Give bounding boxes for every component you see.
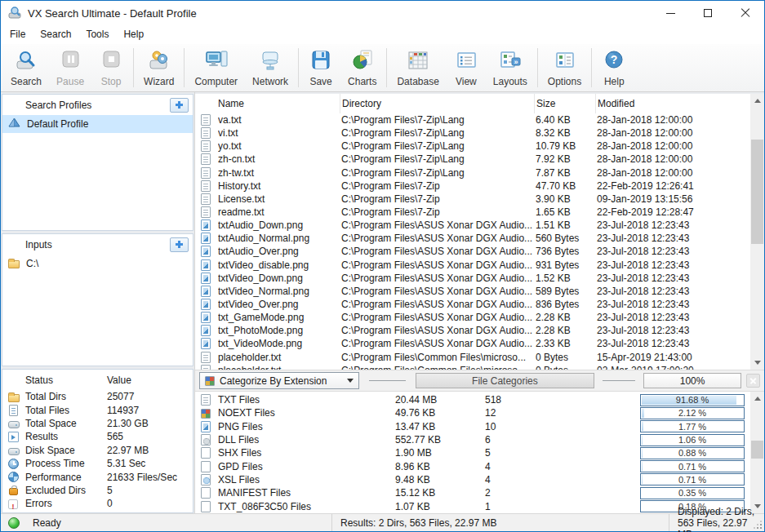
svg-text:?: ? xyxy=(611,53,618,66)
menu-item-help[interactable]: Help xyxy=(116,25,151,44)
file-row[interactable]: txtAudio_Over.png C:\Program Files\ASUS … xyxy=(195,245,750,258)
results-icon xyxy=(8,432,19,442)
file-row[interactable]: History.txt C:\Program Files\7-Zip 47.70… xyxy=(195,180,750,193)
png-icon xyxy=(201,338,211,349)
category-row[interactable]: TXT Files 20.44 MB 518 91.68 % xyxy=(195,393,750,406)
png-icon xyxy=(201,312,211,323)
toolbar-charts-button[interactable]: Charts xyxy=(340,47,384,90)
category-row[interactable]: DLL Files 552.77 KB 6 1.06 % xyxy=(195,433,750,446)
search-profiles-panel: Search Profiles Default Profile xyxy=(2,94,193,231)
plus-icon xyxy=(176,241,183,248)
toolbar-pause-button[interactable]: Pause xyxy=(49,47,91,90)
file-row[interactable]: yo.txt C:\Program Files\7-Zip\Lang 10.79… xyxy=(195,140,750,153)
file-list-scrollbar[interactable] xyxy=(750,94,764,370)
percent-label: 0.88 % xyxy=(641,448,744,459)
file-categories-button[interactable]: File Categories xyxy=(416,373,595,388)
txt-icon xyxy=(201,193,211,205)
file-row[interactable]: txtAudio_Down.png C:\Program Files\ASUS … xyxy=(195,219,750,232)
search-drive-icon xyxy=(14,49,38,74)
zoom-level-button[interactable]: 100% xyxy=(643,373,741,388)
blank-icon xyxy=(201,487,211,499)
file-row[interactable]: txtVideo_Over.png C:\Program Files\ASUS … xyxy=(195,298,750,311)
column-header-name[interactable]: Name xyxy=(195,94,340,113)
ready-status-icon xyxy=(8,517,20,529)
category-row[interactable]: SHX Files 1.90 MB 5 0.88 % xyxy=(195,446,750,459)
toolbar-stop-button[interactable]: Stop xyxy=(91,47,131,90)
file-row[interactable]: License.txt C:\Program Files\7-Zip 3.90 … xyxy=(195,193,750,206)
file-row[interactable]: txtVideo_Normal.png C:\Program Files\ASU… xyxy=(195,285,750,298)
file-size: 2.33 KB xyxy=(534,338,595,349)
close-panel-button[interactable] xyxy=(746,374,760,388)
status-value: 114937 xyxy=(107,405,139,416)
menu-item-tools[interactable]: Tools xyxy=(78,25,116,44)
toolbar-help-button[interactable]: ? Help xyxy=(594,47,634,90)
file-row[interactable]: vi.txt C:\Program Files\7-Zip\Lang 8.32 … xyxy=(195,126,750,140)
file-row[interactable]: txt_GameMode.png C:\Program Files\ASUS X… xyxy=(195,311,750,324)
column-header-modified[interactable]: Modified xyxy=(595,94,750,113)
category-row[interactable]: XSL Files 9.48 KB 4 0.71 % xyxy=(195,473,750,486)
category-count: 518 xyxy=(485,394,640,406)
category-row[interactable]: GPD Files 8.96 KB 4 0.71 % xyxy=(195,459,750,472)
resize-grip[interactable] xyxy=(754,521,762,529)
file-size: 0 Bytes xyxy=(534,365,595,370)
png-icon xyxy=(201,246,211,257)
close-button[interactable] xyxy=(727,1,764,25)
category-count: 1 xyxy=(485,501,640,512)
toolbar-wizard-button[interactable]: Wizard xyxy=(136,47,181,90)
scroll-up-icon[interactable] xyxy=(750,94,764,108)
toolbar-layouts-button[interactable]: » Layouts xyxy=(486,47,535,90)
file-row[interactable]: txt_PhotoMode.png C:\Program Files\ASUS … xyxy=(195,324,750,337)
menu-item-search[interactable]: Search xyxy=(33,25,78,44)
displayed-summary: Displayed: 2 Dirs, 563 Files, 22.97 MB xyxy=(678,506,764,532)
file-modified: 02-Mar-2019 17:00:20 xyxy=(595,365,750,370)
toolbar-options-button[interactable]: Options xyxy=(540,47,589,90)
category-row[interactable]: MANIFEST Files 15.12 KB 2 0.35 % xyxy=(195,486,750,499)
file-row[interactable]: txtAudio_Normal.png C:\Program Files\ASU… xyxy=(195,232,750,245)
categorize-dropdown[interactable]: Categorize By Extension xyxy=(199,372,359,389)
status-label: Total Dirs xyxy=(25,391,107,402)
file-row[interactable]: placeholder.txt C:\Program Files\Common … xyxy=(195,364,750,370)
add-profile-button[interactable] xyxy=(170,98,189,113)
status-row: Process Time 5.31 Sec xyxy=(2,457,193,470)
toolbar-button-label: Pause xyxy=(56,76,84,87)
toolbar-computer-button[interactable]: Computer xyxy=(187,47,245,90)
toolbar-save-button[interactable]: Save xyxy=(301,47,340,90)
toolbar-database-button[interactable]: Database xyxy=(389,47,446,90)
ready-label: Ready xyxy=(33,517,61,529)
file-row[interactable]: txtVideo_Down.png C:\Program Files\ASUS … xyxy=(195,272,750,285)
maximize-button[interactable] xyxy=(689,1,727,25)
file-row[interactable]: readme.txt C:\Program Files\7-Zip 1.65 K… xyxy=(195,206,750,219)
file-size: 1.65 KB xyxy=(534,206,595,218)
category-row[interactable]: TXT_086F3C50 Files 1.07 KB 1 0.18 % xyxy=(195,499,750,512)
file-modified: 28-Jan-2018 12:00:00 xyxy=(595,114,750,126)
txt-icon xyxy=(201,365,211,370)
file-row[interactable]: va.txt C:\Program Files\7-Zip\Lang 6.40 … xyxy=(195,113,750,126)
input-item[interactable]: C:\ xyxy=(2,255,193,273)
app-window: VX Search Ultimate - Default Profile Fil… xyxy=(0,0,765,532)
minimize-button[interactable] xyxy=(652,1,689,25)
category-row[interactable]: PNG Files 13.47 KB 10 1.77 % xyxy=(195,420,750,433)
file-row[interactable]: placeholder.txt C:\Program Files\Common … xyxy=(195,351,750,364)
column-header-size[interactable]: Size xyxy=(534,94,595,113)
add-input-button[interactable] xyxy=(170,237,189,252)
toolbar-search-button[interactable]: Search xyxy=(3,47,49,90)
scrollbar-thumb[interactable] xyxy=(751,140,763,244)
file-directory: C:\Program Files\7-Zip xyxy=(340,206,534,218)
file-row[interactable]: zh-tw.txt C:\Program Files\7-Zip\Lang 7.… xyxy=(195,166,750,180)
category-size: 9.48 KB xyxy=(395,474,485,485)
scroll-down-icon[interactable] xyxy=(750,356,764,370)
category-list-scrollbar[interactable] xyxy=(750,392,764,513)
scrollbar-thumb[interactable] xyxy=(751,441,763,459)
file-row[interactable]: txt_VideoMode.png C:\Program Files\ASUS … xyxy=(195,337,750,350)
toolbar-separator xyxy=(591,48,592,87)
file-row[interactable]: zh-cn.txt C:\Program Files\7-Zip\Lang 7.… xyxy=(195,153,750,166)
toolbar-network-button[interactable]: Network xyxy=(245,47,296,90)
category-row[interactable]: NOEXT Files 49.76 KB 12 2.12 % xyxy=(195,406,750,419)
file-size: 736 Bytes xyxy=(534,246,595,257)
file-row[interactable]: txtVideo_disable.png C:\Program Files\AS… xyxy=(195,259,750,272)
menu-item-file[interactable]: File xyxy=(2,25,33,44)
column-header-directory[interactable]: Directory xyxy=(340,94,534,113)
toolbar-view-button[interactable]: View xyxy=(447,47,486,90)
scroll-up-icon[interactable] xyxy=(750,392,764,406)
profile-item-default[interactable]: Default Profile xyxy=(2,115,193,133)
